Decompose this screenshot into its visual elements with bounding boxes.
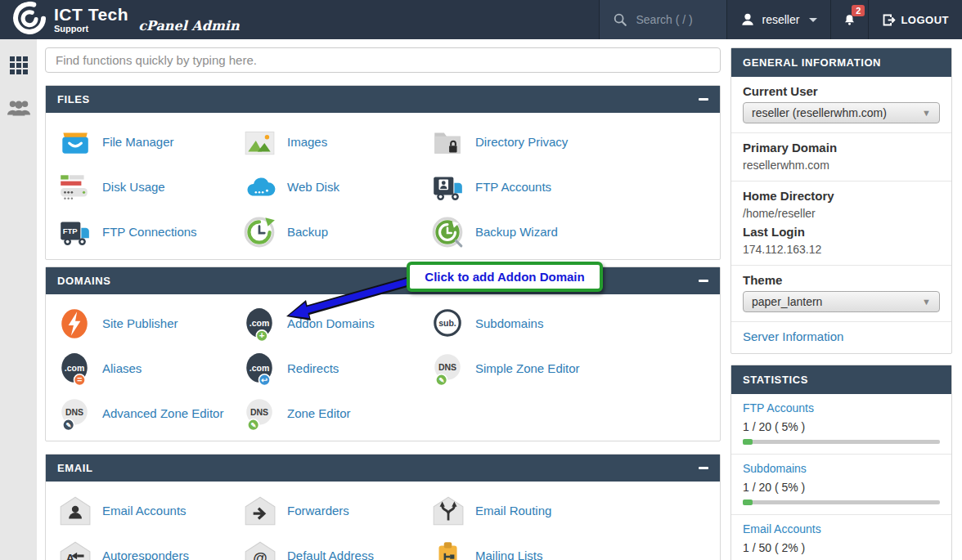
notification-badge: 2: [852, 5, 865, 16]
search-icon: [613, 12, 627, 27]
general-information-header: GENERAL INFORMATION: [731, 48, 951, 77]
logo-subtitle: Support: [54, 25, 128, 34]
svg-text:.com: .com: [65, 363, 85, 373]
svg-text:sub.: sub.: [438, 318, 456, 328]
email-routing-icon: [430, 494, 465, 528]
theme-select[interactable]: paper_lantern ▼: [743, 291, 940, 312]
tool-label-site-publisher[interactable]: Site Publisher: [102, 316, 178, 330]
tool-label-email-accounts[interactable]: Email Accounts: [102, 504, 187, 517]
tool-item-simple-zone-editor[interactable]: DNS ✎Simple Zone Editor: [430, 346, 708, 391]
last-login-label: Last Login: [743, 225, 940, 239]
tool-item-mailing-lists[interactable]: Mailing Lists: [430, 533, 708, 560]
navbar-search[interactable]: Search ( / ): [599, 0, 726, 39]
tool-label-images[interactable]: Images: [287, 135, 327, 149]
svg-text:DNS: DNS: [65, 407, 83, 417]
tool-item-advanced-zone-editor[interactable]: DNS ✎Advanced Zone Editor: [57, 391, 242, 436]
tool-item-disk-usage[interactable]: Disk Usage: [57, 164, 242, 209]
tool-item-default-address[interactable]: @Default Address: [242, 533, 430, 560]
simple-zone-editor-icon: DNS ✎: [430, 352, 465, 386]
email-accounts-icon: [57, 494, 92, 528]
section-header-domains: DOMAINS: [46, 267, 720, 294]
svg-text:.com: .com: [249, 318, 270, 328]
tool-item-aliases[interactable]: .com =Aliases: [57, 346, 242, 391]
tool-item-file-manager[interactable]: File Manager: [57, 119, 242, 164]
tool-label-web-disk[interactable]: Web Disk: [287, 180, 339, 194]
logout-icon: [882, 13, 896, 27]
subdomains-icon: sub.: [430, 307, 465, 341]
current-user-select[interactable]: reseller (resellerwhm.com) ▼: [743, 102, 940, 123]
redirects-icon: .com ↩: [242, 352, 276, 386]
tool-label-backup-wizard[interactable]: Backup Wizard: [475, 225, 558, 239]
tool-item-directory-privacy[interactable]: Directory Privacy: [430, 119, 708, 164]
tool-label-email-routing[interactable]: Email Routing: [475, 504, 551, 517]
tool-label-addon-domains[interactable]: Addon Domains: [287, 316, 375, 330]
tool-label-redirects[interactable]: Redirects: [287, 361, 339, 375]
section-card-files: FILESFile ManagerImagesDirectory Privacy…: [45, 85, 721, 260]
tool-label-directory-privacy[interactable]: Directory Privacy: [475, 135, 568, 149]
tool-item-ftp-accounts[interactable]: FTP Accounts: [430, 164, 708, 209]
tool-label-ftp-accounts[interactable]: FTP Accounts: [475, 180, 551, 194]
apps-grid-button[interactable]: [0, 49, 37, 82]
mailing-lists-icon: [430, 539, 465, 560]
stat-link-email-accounts[interactable]: Email Accounts: [743, 522, 940, 535]
stat-link-ftp-accounts[interactable]: FTP Accounts: [743, 401, 940, 414]
site-publisher-icon: [57, 307, 92, 341]
collapse-minus-icon[interactable]: [699, 467, 708, 469]
tool-label-backup[interactable]: Backup: [287, 225, 328, 239]
svg-text:=: =: [77, 374, 82, 383]
home-directory-label: Home Directory: [743, 189, 940, 203]
stat-value: 1 / 20 ( 5% ): [743, 481, 940, 494]
tool-label-default-address[interactable]: Default Address: [287, 549, 374, 560]
stat-progress-fill: [743, 500, 753, 505]
tool-item-web-disk[interactable]: Web Disk: [242, 164, 430, 209]
tool-item-images[interactable]: Images: [242, 119, 430, 164]
logout-button[interactable]: LOGOUT: [868, 0, 962, 39]
default-address-icon: @: [242, 539, 276, 560]
svg-text:+: +: [259, 329, 265, 339]
quick-find-input[interactable]: [45, 47, 721, 73]
tool-label-disk-usage[interactable]: Disk Usage: [102, 180, 165, 194]
disk-usage-icon: [57, 170, 92, 204]
notifications-button[interactable]: 2: [830, 0, 868, 39]
tool-label-simple-zone-editor[interactable]: Simple Zone Editor: [475, 361, 580, 375]
tool-label-autoresponders[interactable]: Autoresponders: [102, 549, 189, 560]
tool-item-zone-editor[interactable]: DNS ✎Zone Editor: [242, 391, 430, 436]
tool-item-autoresponders[interactable]: AAutoresponders: [57, 533, 242, 560]
tool-item-email-routing[interactable]: Email Routing: [430, 488, 708, 533]
cpanel-page: ICT Tech Support cPanel Admin Search ( /…: [0, 0, 962, 560]
tool-item-email-accounts[interactable]: Email Accounts: [57, 488, 242, 533]
tool-item-site-publisher[interactable]: Site Publisher: [57, 301, 242, 346]
stat-item-email-accounts: Email Accounts1 / 50 ( 2% ): [731, 515, 951, 560]
right-panel: GENERAL INFORMATION Current User reselle…: [730, 39, 952, 560]
tool-item-redirects[interactable]: .com ↩Redirects: [242, 346, 430, 391]
user-icon: [740, 12, 755, 27]
collapse-minus-icon[interactable]: [699, 98, 708, 101]
tool-label-advanced-zone-editor[interactable]: Advanced Zone Editor: [102, 406, 223, 420]
tool-label-zone-editor[interactable]: Zone Editor: [287, 406, 351, 420]
autoresponders-icon: A: [57, 539, 92, 560]
statistics-card: STATISTICS FTP Accounts1 / 20 ( 5% )Subd…: [730, 365, 952, 560]
tool-label-aliases[interactable]: Aliases: [102, 361, 142, 375]
tool-item-backup[interactable]: Backup: [242, 209, 430, 254]
tool-item-forwarders[interactable]: Forwarders: [242, 488, 430, 533]
tool-label-forwarders[interactable]: Forwarders: [287, 504, 349, 517]
svg-text:.com: .com: [249, 363, 270, 373]
tool-item-addon-domains[interactable]: .com +Addon Domains: [242, 301, 430, 346]
ftp-connections-icon: FTP: [57, 215, 92, 249]
server-information-link[interactable]: Server Information: [743, 329, 843, 343]
top-navbar: ICT Tech Support cPanel Admin Search ( /…: [0, 0, 962, 39]
tool-label-mailing-lists[interactable]: Mailing Lists: [475, 549, 543, 560]
ftp-accounts-icon: [430, 170, 465, 204]
tool-item-subdomains[interactable]: sub.Subdomains: [430, 301, 708, 346]
users-rail-button[interactable]: [0, 92, 37, 124]
tool-item-ftp-connections[interactable]: FTPFTP Connections: [57, 209, 242, 254]
images-icon: [242, 125, 276, 159]
tool-label-file-manager[interactable]: File Manager: [102, 135, 174, 149]
chevron-down-icon: [809, 18, 817, 22]
tool-label-subdomains[interactable]: Subdomains: [475, 316, 543, 330]
tool-item-backup-wizard[interactable]: Backup Wizard: [430, 209, 708, 254]
tool-label-ftp-connections[interactable]: FTP Connections: [102, 225, 197, 239]
stat-link-subdomains[interactable]: Subdomains: [743, 462, 940, 475]
user-menu[interactable]: reseller: [726, 0, 830, 39]
collapse-minus-icon[interactable]: [699, 280, 708, 282]
